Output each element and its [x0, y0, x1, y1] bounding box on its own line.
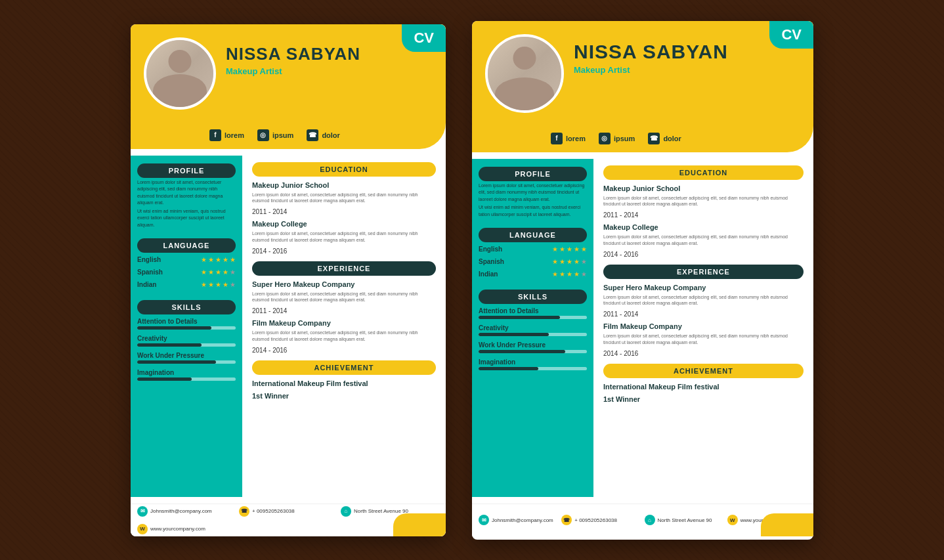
address-icon-1: ⌂ — [341, 506, 351, 517]
skill-imagination-bar-bg-1 — [137, 377, 236, 381]
education-heading-2: EDUCATION — [603, 165, 804, 180]
lang-english-name-2: English — [479, 246, 511, 253]
education-section-1: EDUCATION Makeup Junior School Lorem ips… — [252, 162, 436, 255]
address-icon-2: ⌂ — [645, 515, 655, 525]
cv-label-1: CV — [402, 24, 446, 52]
star3: ★ — [215, 281, 221, 288]
lang-spanish-stars-2: ★ ★ ★ ★ ★ — [552, 258, 587, 265]
experience-heading-1: EXPERIENCE — [252, 261, 436, 276]
lang-spanish-name-2: Spanish — [479, 258, 511, 265]
profile-section-2: PROFILE Lorem ipsum dolor sit amet, cons… — [479, 167, 587, 219]
lang-english-stars-1: ★ ★ ★ ★ ★ — [201, 256, 236, 263]
footer-email-text-2: Johnsmith@company.com — [492, 517, 553, 523]
candidate-title-2: Makeup Artist — [574, 65, 800, 75]
instagram-item-2: ◎ ipsum — [599, 133, 635, 144]
education-heading-1: EDUCATION — [252, 162, 436, 177]
skill-attention-bar-fill-1 — [137, 326, 211, 330]
achievement-subtitle-1: 1st Winner — [252, 392, 436, 400]
instagram-icon-1: ◎ — [257, 129, 269, 141]
lang-english-stars-2: ★ ★ ★ ★ ★ — [552, 246, 587, 253]
whatsapp-item-2: ☎ dolor — [648, 133, 681, 144]
edu-entry2-text-1: Lorem ipsum dolor sit amet, consectetuer… — [252, 230, 436, 244]
avatar-image-2 — [488, 37, 561, 110]
cv-footer-1: ✉ Johnsmith@company.com ☎ + 009520526303… — [131, 504, 446, 536]
email-icon-2: ✉ — [479, 515, 489, 525]
skill-pressure-name-1: Work Under Pressure — [137, 352, 236, 359]
footer-email-text-1: Johnsmith@company.com — [150, 508, 212, 514]
cv-body-2: PROFILE Lorem ipsum dolor sit amet, cons… — [472, 152, 813, 504]
skill-creativity-bar-fill-2 — [479, 333, 549, 336]
edu-entry2-year-2: 2014 - 2016 — [603, 251, 804, 258]
achievement-title-2: International Makeup Film festival — [603, 383, 804, 391]
candidate-name-2: NISSA SABYAN — [574, 41, 800, 63]
edu-entry1-title-1: Makeup Junior School — [252, 181, 436, 189]
skill-pressure-bar-fill-1 — [137, 360, 216, 364]
website-icon-1: W — [137, 524, 148, 534]
experience-heading-2: EXPERIENCE — [603, 265, 804, 279]
skill-creativity-2: Creativity — [479, 324, 587, 336]
lang-spanish-name-1: Spanish — [137, 269, 170, 276]
exp-entry1-text-1: Lorem ipsum dolor sit amet, consectetuer… — [252, 291, 436, 304]
language-section-1: LANGUAGE English ★ ★ ★ ★ ★ Spanish ★ — [137, 238, 236, 290]
whatsapp-icon-1: ☎ — [307, 129, 318, 141]
exp-entry1-title-1: Super Hero Makeup Company — [252, 280, 436, 288]
lang-spanish-1: Spanish ★ ★ ★ ★ ★ — [137, 269, 236, 276]
lang-english-1: English ★ ★ ★ ★ ★ — [137, 256, 236, 263]
skill-attention-2: Attention to Details — [479, 307, 587, 319]
star2: ★ — [208, 281, 214, 288]
star5: ★ — [230, 281, 236, 288]
edu-entry2-year-1: 2014 - 2016 — [252, 248, 436, 255]
exp-entry2-title-1: Film Makeup Company — [252, 319, 436, 327]
skill-attention-bar-bg-2 — [479, 316, 587, 319]
cv-body-1: PROFILE Lorem ipsum dolor sit amet, cons… — [131, 149, 446, 504]
skill-attention-name-1: Attention to Details — [137, 318, 236, 325]
star4: ★ — [223, 256, 228, 263]
instagram-label-1: ipsum — [272, 131, 293, 139]
instagram-item-1: ◎ ipsum — [257, 129, 293, 141]
edu-entry1-year-2: 2011 - 2014 — [603, 211, 804, 219]
skill-imagination-2: Imagination — [479, 358, 587, 370]
lang-indian-name-2: Indian — [479, 270, 511, 278]
profile-text1-2: Lorem ipsum dolor sit amet, consectetuer… — [479, 183, 587, 204]
footer-address-text-1: North Street Avenue 90 — [354, 508, 408, 514]
website-icon-2: W — [727, 515, 738, 525]
cv-card-2: CV NISSA SABYAN Makeup Artist f lorem ◎ … — [472, 21, 813, 540]
skill-pressure-2: Work Under Pressure — [479, 341, 587, 353]
profile-section-1: PROFILE Lorem ipsum dolor sit amet, cons… — [137, 163, 236, 229]
star5: ★ — [230, 269, 236, 276]
skill-pressure-1: Work Under Pressure — [137, 352, 236, 364]
language-heading-1: LANGUAGE — [137, 238, 236, 253]
whatsapp-label-1: dolor — [322, 131, 340, 139]
lang-indian-2: Indian ★ ★ ★ ★ ★ — [479, 270, 587, 278]
edu-entry1-year-1: 2011 - 2014 — [252, 208, 436, 215]
lang-indian-stars-2: ★ ★ ★ ★ ★ — [552, 270, 587, 278]
phone-icon-1: ☎ — [239, 506, 249, 517]
edu-entry1-text-2: Lorem ipsum dolor sit amet, consectetuer… — [603, 195, 804, 208]
email-icon-1: ✉ — [137, 506, 148, 517]
exp-entry1-text-2: Lorem ipsum dolor sit amet, consectetuer… — [603, 294, 804, 307]
star2: ★ — [208, 256, 214, 263]
edu-entry2-title-2: Makeup College — [603, 223, 804, 231]
lang-english-name-1: English — [137, 256, 170, 263]
name-area-1: NISSA SABYAN Makeup Artist — [226, 37, 433, 76]
facebook-item-2: f lorem — [551, 133, 586, 144]
edu-entry1-title-2: Makeup Junior School — [603, 184, 804, 192]
skill-pressure-name-2: Work Under Pressure — [479, 341, 587, 349]
cv-label-2: CV — [769, 21, 813, 49]
star1: ★ — [201, 269, 207, 276]
right-col-1: EDUCATION Makeup Junior School Lorem ips… — [242, 156, 446, 497]
skill-creativity-bar-bg-2 — [479, 333, 587, 336]
skill-creativity-bar-bg-1 — [137, 343, 236, 347]
facebook-label-1: lorem — [225, 131, 244, 139]
footer-website-text-1: www.yourcompany.com — [150, 526, 205, 532]
lang-indian-stars-1: ★ ★ ★ ★ ★ — [201, 281, 236, 288]
exp-entry2-text-2: Lorem ipsum dolor sit amet, consectetuer… — [603, 333, 804, 346]
social-bar-1: f lorem ◎ ipsum ☎ dolor — [209, 129, 433, 141]
star1: ★ — [201, 256, 207, 263]
header-1: CV NISSA SABYAN Makeup Artist f lorem ◎ … — [131, 24, 446, 149]
star4: ★ — [223, 269, 228, 276]
skill-attention-bar-bg-1 — [137, 326, 236, 330]
star3: ★ — [215, 269, 221, 276]
footer-address-2: ⌂ North Street Avenue 90 — [645, 515, 724, 525]
footer-address-text-2: North Street Avenue 90 — [658, 517, 712, 523]
